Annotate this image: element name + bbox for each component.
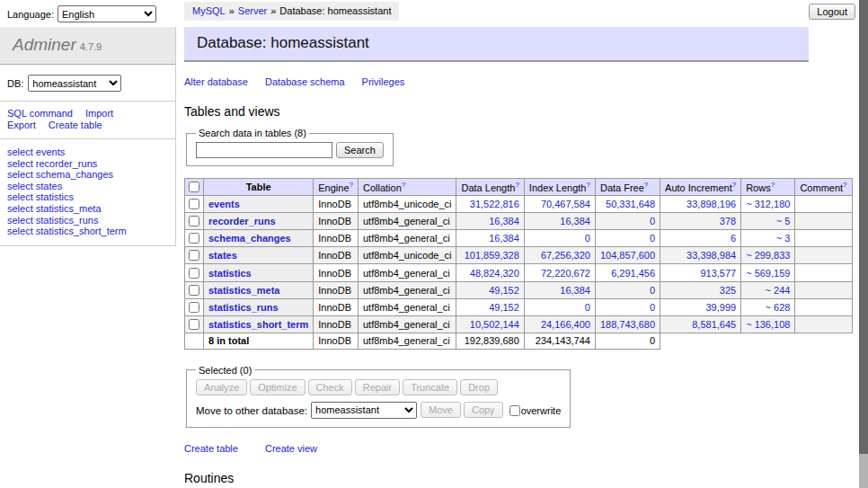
- data-length-link[interactable]: 48,824,320: [470, 268, 519, 279]
- index-length-link[interactable]: 72,220,672: [541, 268, 590, 279]
- row-checkbox[interactable]: [189, 250, 199, 261]
- move-database-select[interactable]: homeassistant: [311, 402, 417, 419]
- table-name-link[interactable]: schema_changes: [208, 233, 291, 244]
- sidebar-item-select-recorder-runs[interactable]: select recorder_runs: [7, 158, 168, 170]
- data-free-link[interactable]: 0: [650, 302, 655, 313]
- data-length-link[interactable]: 16,384: [489, 233, 519, 244]
- comment-help-link[interactable]: ?: [843, 181, 846, 189]
- data-length-help-link[interactable]: ?: [515, 181, 518, 189]
- data-free-link[interactable]: 0: [650, 285, 655, 296]
- rows-count-link[interactable]: ~ 569,159: [746, 268, 790, 279]
- rows-count-link[interactable]: ~ 312,180: [746, 199, 790, 209]
- auto-increment-link[interactable]: 8,581,645: [692, 319, 736, 330]
- data-free-link[interactable]: 6,291,456: [611, 268, 655, 279]
- data-length-link[interactable]: 16,384: [489, 216, 519, 226]
- row-checkbox[interactable]: [189, 199, 199, 209]
- auto-increment-link[interactable]: 913,577: [700, 268, 736, 279]
- sidebar-item-select-statistics-meta[interactable]: select statistics_meta: [7, 203, 168, 215]
- row-checkbox[interactable]: [189, 319, 199, 330]
- index-length-link[interactable]: 70,467,584: [541, 199, 590, 209]
- rows-count-link[interactable]: ~ 3: [776, 233, 791, 244]
- db-select[interactable]: homeassistant: [28, 75, 121, 92]
- data-free-link[interactable]: 0: [650, 216, 655, 226]
- data-free-link[interactable]: 50,331,648: [606, 199, 655, 209]
- auto-increment-link[interactable]: 378: [720, 216, 736, 226]
- sidebar-item-select-states[interactable]: select states: [7, 181, 168, 192]
- check-button[interactable]: Check: [308, 379, 352, 395]
- logout-button[interactable]: Logout: [809, 4, 855, 20]
- sidebar-create-table-link[interactable]: Create table: [49, 120, 102, 130]
- index-length-link[interactable]: 0: [585, 302, 590, 313]
- auto-increment-link[interactable]: 6: [731, 233, 736, 244]
- rows-count-link[interactable]: ~ 244: [766, 285, 791, 296]
- engine-help-link[interactable]: ?: [350, 181, 353, 189]
- row-checkbox[interactable]: [189, 216, 199, 226]
- search-input[interactable]: [196, 142, 332, 158]
- sidebar-item-select-statistics-short-term[interactable]: select statistics_short_term: [7, 226, 168, 237]
- index-length-link[interactable]: 24,166,400: [541, 319, 590, 330]
- row-checkbox[interactable]: [189, 302, 199, 313]
- sidebar-item-select-events[interactable]: select events: [7, 146, 168, 158]
- row-checkbox[interactable]: [189, 285, 199, 296]
- index-length-link[interactable]: 16,384: [560, 285, 590, 296]
- index-length-help-link[interactable]: ?: [586, 181, 589, 189]
- repair-button[interactable]: Repair: [355, 379, 400, 395]
- table-name-link[interactable]: statistics_meta: [208, 285, 280, 296]
- analyze-button[interactable]: Analyze: [196, 379, 247, 395]
- language-select[interactable]: English: [58, 5, 156, 22]
- copy-button[interactable]: Copy: [464, 402, 503, 418]
- index-length-link[interactable]: 67,256,320: [541, 250, 590, 261]
- data-length-link[interactable]: 31,522,816: [470, 199, 519, 209]
- select-all-checkbox[interactable]: [189, 182, 199, 192]
- index-length-link[interactable]: 16,384: [560, 216, 590, 226]
- table-name-link[interactable]: states: [208, 250, 237, 261]
- rows-help-link[interactable]: ?: [771, 181, 775, 189]
- row-checkbox[interactable]: [189, 233, 199, 244]
- collation-help-link[interactable]: ?: [402, 181, 405, 189]
- rows-count-link[interactable]: ~ 628: [766, 302, 791, 313]
- data-free-link[interactable]: 104,857,600: [600, 250, 655, 261]
- data-length-link[interactable]: 10,502,144: [470, 319, 519, 330]
- sidebar-sql-command-link[interactable]: SQL command: [7, 108, 73, 119]
- privileges-link[interactable]: Privileges: [362, 76, 405, 87]
- rows-count-link[interactable]: ~ 5: [776, 216, 791, 226]
- table-name-link[interactable]: recorder_runs: [208, 216, 276, 226]
- table-name-link[interactable]: statistics_short_term: [208, 319, 308, 330]
- auto-increment-link[interactable]: 39,999: [706, 302, 737, 313]
- auto-increment-help-link[interactable]: ?: [732, 181, 736, 189]
- index-length-link[interactable]: 0: [585, 233, 590, 244]
- rows-count-link[interactable]: ~ 136,108: [746, 319, 790, 330]
- optimize-button[interactable]: Optimize: [250, 379, 305, 395]
- table-name-link[interactable]: statistics: [208, 268, 252, 279]
- auto-increment-link[interactable]: 33,898,196: [686, 199, 736, 209]
- sidebar-export-link[interactable]: Export: [7, 120, 36, 130]
- table-name-link[interactable]: statistics_runs: [208, 302, 279, 313]
- drop-button[interactable]: Drop: [460, 379, 498, 395]
- truncate-button[interactable]: Truncate: [403, 379, 457, 395]
- database-schema-link[interactable]: Database schema: [265, 76, 345, 87]
- rows-count-link[interactable]: ~ 299,833: [746, 250, 790, 261]
- data-length-link[interactable]: 49,152: [489, 285, 519, 296]
- create-table-link[interactable]: Create table: [184, 443, 238, 454]
- data-free-help-link[interactable]: ?: [644, 181, 648, 189]
- overwrite-checkbox[interactable]: [509, 405, 520, 416]
- row-checkbox[interactable]: [189, 268, 199, 279]
- data-length-link[interactable]: 49,152: [489, 302, 519, 313]
- create-view-link[interactable]: Create view: [265, 443, 317, 454]
- scrollbar-thumb[interactable]: [859, 0, 868, 454]
- auto-increment-link[interactable]: 325: [720, 285, 736, 296]
- data-free-link[interactable]: 188,743,680: [600, 319, 655, 330]
- sidebar-import-link[interactable]: Import: [85, 108, 113, 119]
- sidebar-item-select-statistics-runs[interactable]: select statistics_runs: [7, 215, 168, 226]
- table-name-link[interactable]: events: [208, 199, 240, 209]
- sidebar-item-select-statistics[interactable]: select statistics: [7, 191, 168, 203]
- alter-database-link[interactable]: Alter database: [184, 76, 248, 87]
- sidebar-item-select-schema-changes[interactable]: select schema_changes: [7, 169, 168, 181]
- data-free-link[interactable]: 0: [650, 233, 655, 244]
- move-button[interactable]: Move: [421, 402, 461, 418]
- breadcrumb-mysql-link[interactable]: MySQL: [192, 5, 226, 16]
- breadcrumb-server-link[interactable]: Server: [238, 5, 267, 16]
- auto-increment-link[interactable]: 33,398,984: [686, 250, 736, 261]
- vertical-scrollbar[interactable]: [859, 0, 868, 488]
- data-length-link[interactable]: 101,859,328: [465, 250, 519, 261]
